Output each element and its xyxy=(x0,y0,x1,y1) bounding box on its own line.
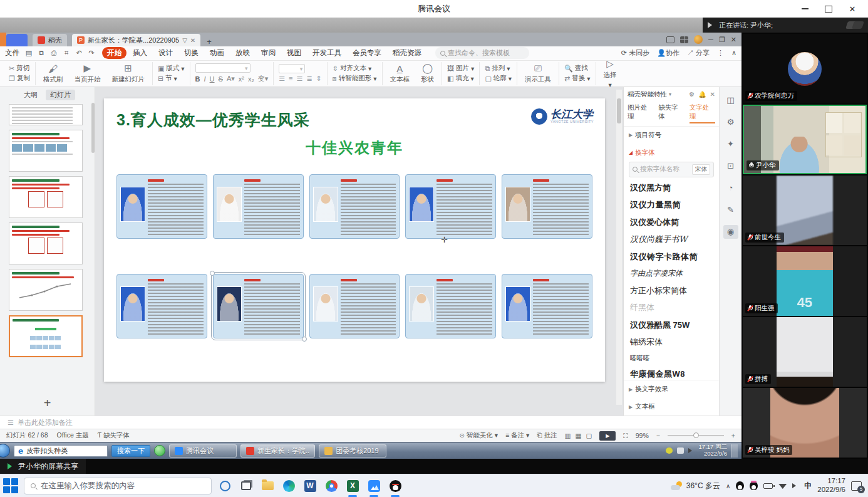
line-spacing-icon[interactable]: ⇕ xyxy=(316,75,322,83)
justify-icon[interactable]: ≣ xyxy=(306,75,312,83)
menu-tab-插入[interactable]: 插入 xyxy=(128,47,152,59)
font-option[interactable]: 纤黑体 xyxy=(630,302,713,313)
participant-tile[interactable]: 农学院何忠万 xyxy=(743,34,867,103)
student-card[interactable] xyxy=(213,274,304,338)
qq-tray-icon[interactable] xyxy=(736,481,744,490)
volume-icon[interactable] xyxy=(792,483,798,488)
animation-pane-icon[interactable]: ⚙ xyxy=(723,115,738,129)
slide-thumbnail[interactable] xyxy=(9,130,83,172)
layout-switch-icon[interactable] xyxy=(666,36,674,43)
sync-status[interactable]: ⟳ 未同步 xyxy=(621,48,649,58)
section-button[interactable]: ⊟节 ▾ xyxy=(158,74,185,83)
normal-view-icon[interactable]: ▥ xyxy=(565,432,571,439)
wps-home-tab[interactable] xyxy=(6,34,28,46)
copy-button[interactable]: ❐复制 xyxy=(9,74,30,83)
shape-button[interactable]: ◯形状 xyxy=(418,63,437,84)
export-icon[interactable]: ⧉ xyxy=(37,49,46,57)
tab-document[interactable]: P 新生家长：学院基...20220905 ▽ ✕ xyxy=(72,34,200,46)
apps-grid-icon[interactable] xyxy=(680,36,688,43)
file-menu[interactable]: 文件 xyxy=(5,48,19,58)
task-view-button[interactable] xyxy=(238,478,254,494)
menu-tab-会员专享[interactable]: 会员专享 xyxy=(348,47,386,59)
textbox-button[interactable]: A̲文本框 xyxy=(388,63,413,84)
excel-icon[interactable]: X xyxy=(344,478,361,494)
share-button[interactable]: ↗ 分享 xyxy=(687,48,710,58)
slide-thumbnail[interactable] xyxy=(9,315,83,357)
panel-bell-icon[interactable]: 🔔 xyxy=(698,91,706,98)
student-card[interactable] xyxy=(502,174,592,239)
align-center-icon[interactable]: ≡ xyxy=(289,75,292,83)
slide-thumbnail[interactable] xyxy=(9,176,83,218)
sorter-view-icon[interactable]: ▦ xyxy=(576,432,582,439)
panel-settings-icon[interactable]: ⚙ xyxy=(689,91,695,98)
battery-icon[interactable] xyxy=(763,483,773,489)
notes-bar[interactable]: ☰ 单击此处添加备注 xyxy=(0,416,741,429)
smart-features-icon[interactable]: ◉ xyxy=(723,225,738,239)
present-tools-button[interactable]: ⎚演示工具 xyxy=(522,63,554,84)
new-slide-button[interactable]: ⊞新建幻灯片 xyxy=(109,63,147,84)
share-banner-label[interactable]: 尹小华的屏幕共享 xyxy=(0,459,86,474)
ie-search-box[interactable]: e 皮带扣头种类 xyxy=(14,445,108,457)
taskbar-app-新生家长：学院..[interactable]: 新生家长：学院.. xyxy=(240,444,315,458)
zoom-in-button[interactable]: + xyxy=(731,432,735,439)
timer-icon[interactable]: ◔ xyxy=(723,181,738,195)
search-go-button[interactable]: 搜索一下 xyxy=(111,445,150,457)
more-menu-icon[interactable]: ⋮ xyxy=(717,49,724,57)
win7-clock[interactable]: 17:17 周二 2022/9/6 xyxy=(699,444,727,458)
menu-tab-开发工具[interactable]: 开发工具 xyxy=(307,47,346,59)
save-icon[interactable]: ▤ xyxy=(24,49,33,57)
tab-pin-icon[interactable]: ▽ xyxy=(182,37,187,44)
section-textbox[interactable]: ▶文本框 xyxy=(624,398,719,416)
student-card[interactable] xyxy=(405,274,496,338)
panel-tab-缺失字体[interactable]: 缺失字体 xyxy=(658,103,684,123)
tray-network-icon[interactable] xyxy=(677,447,684,454)
fill-button[interactable]: ◧填充 ▾ xyxy=(447,74,474,83)
chrome-icon[interactable] xyxy=(323,478,339,494)
menu-tab-稻壳资源[interactable]: 稻壳资源 xyxy=(388,47,426,59)
cortana-button[interactable] xyxy=(217,478,233,494)
font-filter-button[interactable]: 宋体 xyxy=(692,164,710,175)
start-button[interactable] xyxy=(3,478,19,494)
slide-subtitle[interactable]: 十佳兴农青年 xyxy=(116,138,592,158)
wps-restore-button[interactable]: ❐ xyxy=(719,36,725,44)
bold-button[interactable]: B xyxy=(195,75,200,83)
zoom-slider[interactable] xyxy=(668,435,724,436)
new-tab-button[interactable]: + xyxy=(207,37,212,46)
slide-canvas[interactable]: 3.育人成效—优秀学生风采 长江大学 YANGTZE UNIVERSITY 十佳… xyxy=(95,87,623,416)
add-slide-button[interactable]: + xyxy=(0,392,95,416)
font-option[interactable]: 汉仪力量黑简 xyxy=(630,199,713,211)
section-text-effects[interactable]: ▶换文字效果 xyxy=(624,380,719,398)
account-avatar[interactable] xyxy=(694,35,703,44)
menu-tab-动画[interactable]: 动画 xyxy=(205,47,229,59)
collapse-ribbon-icon[interactable]: ∧ xyxy=(731,49,736,57)
font-option[interactable]: 汉仪铸字卡路体简 xyxy=(630,251,713,263)
section-change-font[interactable]: ◢换字体 xyxy=(624,144,719,162)
panel-close-icon[interactable]: ✕ xyxy=(710,91,715,98)
font-option[interactable]: 嗒嗒嗒 xyxy=(630,354,713,363)
font-option[interactable]: 汉仪爱心体简 xyxy=(630,217,713,228)
font-option[interactable]: 华康俪金黑W8 xyxy=(630,369,713,380)
student-card[interactable] xyxy=(502,274,592,338)
align-left-icon[interactable]: ☰ xyxy=(279,75,285,83)
font-option[interactable]: 字由点字凌宋体 xyxy=(630,268,713,279)
taskbar-app-团委考核2019[interactable]: 团委考核2019 xyxy=(319,444,386,458)
play-from-current-button[interactable]: ▶当页开始 xyxy=(71,63,103,84)
panel-tab-文字处理[interactable]: 文字处理 xyxy=(690,103,715,123)
menu-tab-设计[interactable]: 设计 xyxy=(153,47,178,59)
smart-graphic-button[interactable]: ⧈转智能图形 ▾ xyxy=(333,74,377,83)
slide-title[interactable]: 3.育人成效—优秀学生风采 xyxy=(116,110,592,130)
student-card[interactable] xyxy=(116,174,207,239)
font-option[interactable]: 汉仪雅酷黑 75W xyxy=(630,320,713,331)
font-option[interactable]: 锦绣宋体 xyxy=(630,337,713,348)
picture-button[interactable]: 🖼图片 ▾ xyxy=(447,64,474,73)
properties-icon[interactable]: ◫ xyxy=(723,93,738,107)
slideshow-button[interactable]: ▶ xyxy=(599,431,616,441)
font-search-input[interactable]: 搜索字体名称 宋体 xyxy=(629,162,714,177)
maximize-button[interactable] xyxy=(817,0,840,18)
qq-tray-icon-2[interactable] xyxy=(750,481,758,490)
participant-tile[interactable]: 前世今生 xyxy=(743,175,867,245)
tray-volume-icon[interactable] xyxy=(688,448,695,453)
layout-pane-icon[interactable]: ⊡ xyxy=(723,159,738,173)
participant-tile[interactable]: 45阳生强 xyxy=(743,246,867,316)
word-icon[interactable]: W xyxy=(302,478,318,494)
